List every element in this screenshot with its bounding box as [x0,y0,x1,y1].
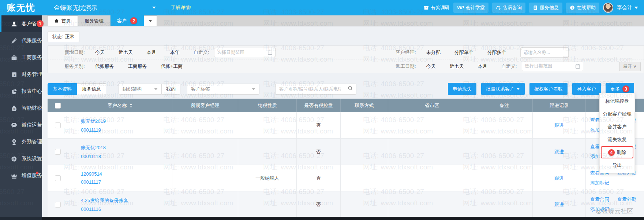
topbar-item-label: 会计学堂 [466,4,485,11]
customer-code-link[interactable]: 00011118 [81,154,101,159]
add-mark-link[interactable]: 添加标记 [590,180,609,186]
date-range-input[interactable]: 选择日期范围 [214,48,276,57]
view-tab-服务信息[interactable]: 服务信息 [77,83,106,95]
filter-option-本月[interactable]: 本月 [478,63,487,70]
promo-link[interactable]: 了解详情! [164,4,191,11]
sidebar-item-财务管理[interactable]: ¥财务管理 [0,66,42,83]
column-header-备注: 备注 [476,99,532,112]
menu-item-流失恢复[interactable]: 流失恢复 [600,133,634,146]
manager-cell [172,165,238,191]
tab-label: 客户 [117,18,127,24]
sidebar-item-微信运营[interactable]: 微信运营 [0,117,42,133]
sidebar-item-label: 报表中心 [22,88,42,95]
sidebar-item-增值服务[interactable]: 增值服务 [0,167,42,184]
filter-option-未分配[interactable]: 未分配 [426,49,441,56]
filter-option-近七天[interactable]: 近七天 [450,63,464,70]
status-filter-chip[interactable]: 状态: 正常 [48,31,79,42]
tab-dropdown[interactable] [144,15,157,26]
column-header-纳税性质: 纳税性质 [238,99,296,112]
filter-option-代账服务[interactable]: 代账服务 [95,63,114,70]
row-checkbox[interactable] [55,202,61,208]
tax-disk-cell: 否 [296,112,340,138]
tab-首页[interactable]: 首页 [47,15,78,26]
action-button-申请流失[interactable]: 申请流失 [448,83,476,95]
sidebar-item-外勤管理[interactable]: 外勤管理 [0,133,42,150]
column-header-联系方式: 联系方式 [340,99,388,112]
menu-item-导出[interactable]: 导出 [600,159,634,172]
follow-link[interactable]: 跟进 [554,201,564,208]
menu-item-分配客户经理[interactable]: 分配客户经理 [600,107,634,120]
select-all-checkbox[interactable] [55,103,61,109]
view-contract-link[interactable]: 查看合同 [590,196,609,203]
filter-option-代账+工商[interactable]: 代账+工商 [161,63,183,70]
date-range-input[interactable]: 选择日期范围 [522,62,583,71]
customer-tag-select[interactable]: 客户标签 [187,84,259,95]
topbar-item-会计学堂[interactable]: VIP会计学堂 [453,3,488,13]
sidebar-item-工商服务[interactable]: 工商服务 [0,49,42,66]
menu-item-合并客户[interactable]: 合并客户 [600,120,634,133]
step-badge: 4 [608,149,615,156]
chevron-down-icon [154,88,158,90]
tab-服务管理[interactable]: 服务管理 [78,15,111,26]
view-tab-基本资料[interactable]: 基本资料 [48,83,77,95]
horizontal-scrollbar[interactable] [42,217,644,220]
action-button-导入客户[interactable]: 导入客户 [572,83,601,95]
org-structure-select[interactable]: 组织架构 [119,84,162,95]
filter-option-分配多个[interactable]: 分配多个 [487,49,506,56]
filter-custom-label: 自定义: [194,49,209,56]
manager-name-input[interactable] [520,47,569,58]
user-menu[interactable]: 李会计 [617,4,638,11]
user-avatar[interactable] [603,3,613,13]
gear-icon [11,156,17,162]
company-switch-caret-icon[interactable] [152,7,156,9]
sort-icon[interactable] [130,103,132,108]
topbar-item-在线帮助[interactable]: ?在线帮助 [566,3,599,13]
topbar-item-有奖调研[interactable]: 有奖调研 [424,4,450,11]
pencil-icon [11,38,17,44]
action-button-授权客户看账[interactable]: 授权客户看账 [529,83,568,95]
sidebar-item-系统设置[interactable]: 系统设置 [0,150,42,167]
action-button-批量联系客户[interactable]: 批量联系客户 [481,83,525,95]
filter-option-本月[interactable]: 本月 [147,49,156,56]
customer-name-link[interactable]: 12090514 [81,171,102,177]
customer-name-link[interactable]: 4.25发给我的备份账套 [81,197,128,204]
sidebar-item-报表中心[interactable]: 报表中心 [0,83,42,100]
filter-option-分配单个[interactable]: 分配单个 [454,49,473,56]
row-checkbox[interactable] [55,175,61,181]
topbar-item-服务信息[interactable]: 服务信息 [529,3,562,13]
calendar-icon [267,50,273,55]
sidebar-item-label: 微信运营 [22,122,42,128]
topbar-item-售后咨询[interactable]: 售后咨询 [492,3,525,13]
view-fieldwork-link[interactable]: 查看外勤 [617,196,636,203]
filter-option-近七天[interactable]: 近七天 [119,49,133,56]
sidebar-item-客户管理[interactable]: 客户管理1 [0,15,42,32]
box-icon [424,5,429,10]
customer-name-link[interactable]: 账无忧2019 [81,118,106,125]
follow-link[interactable]: 跟进 [554,148,564,155]
customer-code-link[interactable]: 00011119 [81,127,101,133]
filter-option-今天[interactable]: 今天 [95,49,105,56]
sidebar-item-智能财税[interactable]: ¥智能财税 [0,100,42,117]
customer-code-link[interactable]: 00011116 [81,206,101,212]
tax-disk-cell: 否 [296,165,340,191]
customer-code-link[interactable]: 00011117 [81,179,101,185]
row-checkbox[interactable] [55,149,61,155]
customer-name-link[interactable]: 账无忧2018 [81,144,106,151]
search-button[interactable] [344,84,356,95]
menu-item-删除[interactable]: 4删除 [601,146,633,158]
follow-link[interactable]: 跟进 [554,175,564,182]
customer-search-input[interactable] [276,84,344,95]
tab-客户[interactable]: 客户2 [111,15,144,26]
content-area: 状态: 正常 新增日期:今天近七天本月本年自定义:选择日期范围客户经理:未分配分… [42,26,644,220]
step-badge: 1 [37,20,44,27]
filter-option-本年[interactable]: 本年 [170,49,180,56]
follow-link[interactable]: 跟进 [554,122,564,129]
row-select-cell [48,191,68,217]
row-checkbox[interactable] [55,122,61,128]
expand-filters-button[interactable]: 展开 ∨ [619,62,641,71]
mine-button[interactable]: 我的 [162,84,180,95]
sidebar-item-代账服务[interactable]: 代账服务 [0,32,42,49]
filter-option-工商服务[interactable]: 工商服务 [128,63,147,70]
menu-item-标记税控盘[interactable]: 标记税控盘 [600,95,634,107]
filter-option-今天[interactable]: 今天 [426,63,436,70]
